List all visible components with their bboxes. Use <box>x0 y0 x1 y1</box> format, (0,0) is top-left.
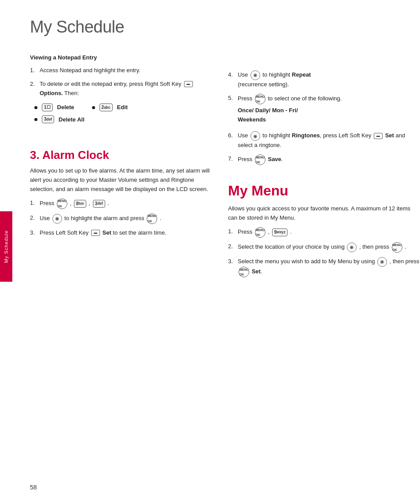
alarm-item-2: 2. Use to highlight the alarm and press … <box>30 213 215 224</box>
nav-icon-mm2 <box>347 243 357 252</box>
my-menu-item-2: 2. Select the location of your choice by… <box>228 242 420 253</box>
nav-icon-1 <box>52 214 62 224</box>
left-softkey-icon-6: ▬ <box>374 133 383 139</box>
bullet-delete-all: 3def Delete All <box>34 114 215 125</box>
my-menu-intro: Allows you quick access to your favorite… <box>228 204 420 223</box>
key-9wxyz-icon: 9wxyz <box>272 228 287 236</box>
side-tab-label: My Schedule <box>4 230 9 263</box>
my-menu-item-3: 3. Select the menu you wish to add to My… <box>228 257 420 277</box>
options-bullet-list: 1☐ Delete 2abc Edit 3def Delete All <box>34 102 215 125</box>
viewing-notepad-section: Viewing a Notepad Entry 1. Access Notepa… <box>30 54 215 125</box>
right-item-7: 7. Press MENUOK Save. <box>228 155 420 165</box>
bullet-edit: 2abc Edit <box>92 102 128 112</box>
list-item-1: 1. Access Notepad and highlight the entr… <box>30 66 215 75</box>
page-title: My Schedule <box>30 18 215 37</box>
my-menu-item-1: 1. Press MENUOK , 9wxyz . <box>228 227 420 238</box>
right-item-6: 6. Use to highlight Ringtones, press Lef… <box>228 131 420 150</box>
alarm-intro: Allows you to set up to five alarms. At … <box>30 166 215 194</box>
bullet-dot-2 <box>92 106 95 109</box>
ok-icon-mm3: MENUOK <box>239 267 249 277</box>
right-column: 4. Use to highlight Repeat (recurrence s… <box>224 18 420 486</box>
alarm-item-3: 3. Press Left Soft Key ▬ Set to set the … <box>30 228 215 238</box>
left-softkey-icon-1: ▬ <box>91 230 100 236</box>
bullet-delete: 1☐ Delete <box>34 102 74 112</box>
key-3def-icon: 3def <box>93 200 105 208</box>
right-item-4: 4. Use to highlight Repeat (recurrence s… <box>228 70 420 89</box>
right-item-5: 5. Press MENUOK to select one of the fol… <box>228 94 420 127</box>
key-2-icon: 2abc <box>99 103 113 111</box>
alarm-clock-section: 3. Alarm Clock Allows you to set up to f… <box>30 148 215 237</box>
page-container: My Schedule 58 My Schedule Viewing a Not… <box>0 0 420 504</box>
alarm-item-1: 1. Press MENUOK , 8tuv , 3def . <box>30 199 215 209</box>
ok-icon-7: MENUOK <box>255 155 265 165</box>
alarm-clock-header: 3. Alarm Clock <box>30 148 215 162</box>
nav-icon-6 <box>251 131 260 141</box>
bullet-dot <box>34 106 37 109</box>
key-8tuv-icon: 8tuv <box>74 200 86 208</box>
key-3-icon: 3def <box>42 115 54 123</box>
nav-icon-4 <box>251 70 260 80</box>
ok-icon-mm1: MENUOK <box>255 227 265 238</box>
right-softkey-icon: ▬ <box>184 81 193 87</box>
key-1-icon: 1☐ <box>42 103 53 111</box>
main-content: My Schedule Viewing a Notepad Entry 1. A… <box>30 0 420 504</box>
list-item-2: 2. To delete or edit the notepad entry, … <box>30 80 215 98</box>
ok-icon-5: MENUOK <box>255 94 265 104</box>
ok-icon-2: MENUOK <box>147 213 157 224</box>
repeat-options: Once/ Daily/ Mon - Fri/Weekends <box>238 106 420 125</box>
my-menu-header: My Menu <box>228 183 420 199</box>
bullet-dot-3 <box>34 118 37 121</box>
left-column: My Schedule Viewing a Notepad Entry 1. A… <box>30 18 224 486</box>
page-number: 58 <box>30 484 37 491</box>
viewing-notepad-header: Viewing a Notepad Entry <box>30 54 215 61</box>
ok-icon-mm2: MENUOK <box>392 242 402 253</box>
side-tab: My Schedule <box>0 211 12 282</box>
ok-icon-1: MENUOK <box>57 199 67 209</box>
nav-icon-mm3 <box>377 257 387 267</box>
my-menu-section: My Menu Allows you quick access to your … <box>228 183 420 277</box>
bullet-row-1: 1☐ Delete 2abc Edit <box>34 102 215 112</box>
